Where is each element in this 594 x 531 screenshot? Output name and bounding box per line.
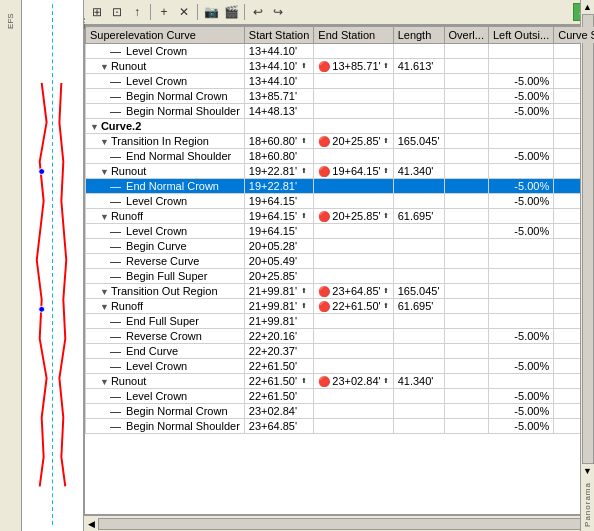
table-row[interactable]: — Reverse Crown22+20.16'-5.00%50.000 bbox=[86, 329, 595, 344]
red-arrow: 🔴 bbox=[318, 376, 330, 387]
cell-length bbox=[393, 224, 444, 239]
red-arrow: 🔴 bbox=[318, 166, 330, 177]
expand-icon[interactable]: ▼ bbox=[100, 167, 109, 177]
table-row[interactable]: — Begin Normal Crown13+85.71'-5.00%50.00… bbox=[86, 89, 595, 104]
move-button[interactable]: ⊡ bbox=[108, 3, 126, 21]
cell-name: — Begin Normal Shoulder bbox=[86, 419, 245, 434]
cell-overl bbox=[444, 284, 488, 299]
table-row[interactable]: — Level Crown13+44.10'-5.00%50.000 bbox=[86, 74, 595, 89]
redo-button[interactable]: ↪ bbox=[269, 3, 287, 21]
cell-length bbox=[393, 344, 444, 359]
table-row[interactable]: ▼ Curve.2 bbox=[86, 119, 595, 134]
red-arrow: 🔴 bbox=[318, 211, 330, 222]
h-scroll-track[interactable] bbox=[98, 518, 594, 530]
end-spin[interactable]: ⬆ bbox=[383, 62, 389, 70]
arrow-button[interactable]: ↑ bbox=[128, 3, 146, 21]
expand-icon[interactable]: ▼ bbox=[100, 62, 109, 72]
table-row[interactable]: ▼ Transition In Region18+60.80'⬆🔴20+25.8… bbox=[86, 134, 595, 149]
end-spin[interactable]: ⬆ bbox=[383, 377, 389, 385]
cell-start: 19+64.15' bbox=[244, 224, 314, 239]
cell-name: — End Curve bbox=[86, 344, 245, 359]
cell-name: — Level Crown bbox=[86, 44, 245, 59]
expand-icon[interactable]: ▼ bbox=[100, 302, 109, 312]
cell-name: — Begin Full Super bbox=[86, 269, 245, 284]
cell-end bbox=[314, 74, 393, 89]
expand-icon[interactable]: ▼ bbox=[100, 137, 109, 147]
cell-start: 23+02.84' bbox=[244, 404, 314, 419]
table-row[interactable]: — Level Crown22+61.50'-5.00%50.000 bbox=[86, 359, 595, 374]
table-row[interactable]: ▼ Runout22+61.50'⬆🔴23+02.84'⬆41.340' bbox=[86, 374, 595, 389]
expand-icon[interactable]: ▼ bbox=[90, 122, 99, 132]
table-row[interactable]: — Begin Normal Shoulder23+64.85'-5.00%50… bbox=[86, 419, 595, 434]
end-spin[interactable]: ⬆ bbox=[383, 137, 389, 145]
table-row[interactable]: ▼ Runoff19+64.15'⬆🔴20+25.85'⬆61.695' bbox=[86, 209, 595, 224]
cell-end: 🔴20+25.85'⬆ bbox=[314, 209, 393, 224]
cell-name: ▼ Runout bbox=[86, 374, 245, 389]
table-row[interactable]: ▼ Runoff21+99.81'⬆🔴22+61.50'⬆61.695' bbox=[86, 299, 595, 314]
cell-start: 19+64.15' bbox=[244, 194, 314, 209]
table-row[interactable]: — End Curve22+20.37' bbox=[86, 344, 595, 359]
delete-button[interactable]: ✕ bbox=[175, 3, 193, 21]
cell-name: ▼ Runoff bbox=[86, 299, 245, 314]
scroll-left-btn[interactable]: ◀ bbox=[84, 517, 98, 531]
table-row[interactable]: — Reverse Curve20+05.49' bbox=[86, 254, 595, 269]
grid-button[interactable]: ⊞ bbox=[88, 3, 106, 21]
camera-button[interactable]: 📷 bbox=[202, 3, 220, 21]
spin-up[interactable]: ⬆ bbox=[301, 167, 307, 175]
table-row[interactable]: ▼ Runout19+22.81'⬆🔴19+64.15'⬆41.340' bbox=[86, 164, 595, 179]
table-row[interactable]: — End Normal Crown19+22.81'-5.00%50.000 bbox=[86, 179, 595, 194]
end-spin[interactable]: ⬆ bbox=[383, 212, 389, 220]
table-row[interactable]: — Begin Curve20+05.28' bbox=[86, 239, 595, 254]
left-panel: SHEEHCLSRCEFSB+ZRCLSEN+ bbox=[0, 0, 22, 531]
spin-up[interactable]: ⬆ bbox=[301, 62, 307, 70]
table-row[interactable]: — End Normal Shoulder18+60.80'-5.00%50.0… bbox=[86, 149, 595, 164]
table-row[interactable]: — Level Crown22+61.50'-5.00%50.000 bbox=[86, 389, 595, 404]
expand-icon[interactable]: ▼ bbox=[100, 377, 109, 387]
dash-icon: — bbox=[110, 225, 124, 237]
end-spin[interactable]: ⬆ bbox=[383, 287, 389, 295]
cell-left bbox=[488, 44, 553, 59]
expand-icon[interactable]: ▼ bbox=[100, 287, 109, 297]
table-row[interactable]: — Begin Normal Crown23+02.84'-5.00%50.00… bbox=[86, 404, 595, 419]
cell-end bbox=[314, 104, 393, 119]
spin-up[interactable]: ⬆ bbox=[301, 212, 307, 220]
expand-icon[interactable]: ▼ bbox=[100, 212, 109, 222]
scroll-up-btn[interactable]: ▲ bbox=[581, 0, 595, 14]
station-value: 13+44.10' bbox=[249, 45, 297, 57]
table-row[interactable]: — Level Crown19+64.15'-5.00%50.000 bbox=[86, 224, 595, 239]
cell-start: 13+44.10'⬆ bbox=[244, 59, 314, 74]
cell-overl bbox=[444, 299, 488, 314]
undo-button[interactable]: ↩ bbox=[249, 3, 267, 21]
table-container[interactable]: Superelevation Curve Start Station End S… bbox=[84, 25, 594, 515]
cell-left bbox=[488, 254, 553, 269]
table-row[interactable]: — Begin Full Super20+25.85' bbox=[86, 269, 595, 284]
cell-left bbox=[488, 239, 553, 254]
v-scroll-track[interactable] bbox=[582, 14, 594, 464]
cell-length bbox=[393, 269, 444, 284]
end-spin[interactable]: ⬆ bbox=[383, 302, 389, 310]
road-svg bbox=[22, 0, 83, 531]
cell-left bbox=[488, 134, 553, 149]
spin-up[interactable]: ⬆ bbox=[301, 287, 307, 295]
add-button[interactable]: + bbox=[155, 3, 173, 21]
scroll-down-btn[interactable]: ▼ bbox=[581, 464, 595, 478]
end-spin[interactable]: ⬆ bbox=[383, 167, 389, 175]
spin-up[interactable]: ⬆ bbox=[301, 137, 307, 145]
dash-icon: — bbox=[110, 330, 124, 342]
spin-up[interactable]: ⬆ bbox=[301, 377, 307, 385]
end-value: 13+85.71' bbox=[332, 60, 380, 72]
table-row[interactable]: ▼ Runout13+44.10'⬆🔴13+85.71'⬆41.613' bbox=[86, 59, 595, 74]
cell-name: — Level Crown bbox=[86, 389, 245, 404]
table-row[interactable]: ▼ Transition Out Region21+99.81'⬆🔴23+64.… bbox=[86, 284, 595, 299]
cell-overl bbox=[444, 194, 488, 209]
toolbar: ⊞ ⊡ ↑ + ✕ 📷 🎬 ↩ ↪ ✓ ? ✕ bbox=[84, 0, 594, 25]
cell-left bbox=[488, 164, 553, 179]
camera2-button[interactable]: 🎬 bbox=[222, 3, 240, 21]
table-row[interactable]: — Begin Normal Shoulder14+48.13'-5.00%50… bbox=[86, 104, 595, 119]
spin-up[interactable]: ⬆ bbox=[301, 302, 307, 310]
station-value: 18+60.80' bbox=[249, 150, 297, 162]
station-value: 13+85.71' bbox=[249, 90, 297, 102]
table-row[interactable]: — Level Crown19+64.15'-5.00%50.000 bbox=[86, 194, 595, 209]
table-row[interactable]: — Level Crown13+44.10' bbox=[86, 44, 595, 59]
table-row[interactable]: — End Full Super21+99.81' bbox=[86, 314, 595, 329]
